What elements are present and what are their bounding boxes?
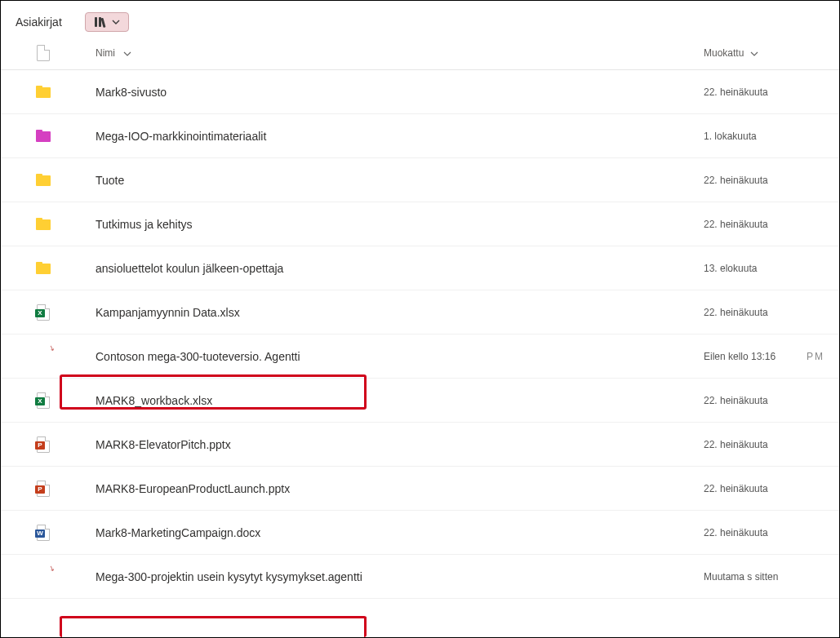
file-modified-cell: 22. heinäkuuta bbox=[704, 439, 824, 450]
file-row[interactable]: ↘Contoson mega-300-tuoteversio. AgenttiE… bbox=[1, 335, 839, 379]
file-name-label: Mega-300-projektin usein kysytyt kysymyk… bbox=[96, 570, 362, 583]
folder-icon bbox=[36, 218, 51, 230]
file-icon-cell bbox=[16, 525, 71, 541]
file-row[interactable]: Kampanjamyynnin Data.xlsx22. heinäkuuta bbox=[1, 290, 839, 335]
file-name-cell[interactable]: MARK8-EuropeanProductLaunch.pptx bbox=[71, 482, 704, 495]
file-row[interactable]: Mark8-MarketingCampaign.docx22. heinäkuu… bbox=[1, 511, 839, 555]
annotation-highlight bbox=[60, 616, 367, 637]
chevron-down-icon bbox=[112, 20, 120, 24]
file-name-cell[interactable]: Mega-300-projektin usein kysytyt kysymyk… bbox=[71, 570, 704, 583]
file-name-label: Tutkimus ja kehitys bbox=[96, 218, 193, 231]
file-modified-cell: 22. heinäkuuta bbox=[704, 219, 824, 230]
file-name-cell[interactable]: Mark8-MarketingCampaign.docx bbox=[71, 526, 704, 539]
library-title: Asiakirjat bbox=[16, 16, 62, 29]
file-name-cell[interactable]: MARK8_workback.xlsx bbox=[71, 394, 704, 407]
file-modified-cell: 22. heinäkuuta bbox=[704, 307, 824, 318]
file-icon-cell bbox=[16, 86, 71, 98]
file-row[interactable]: Mark8-sivusto22. heinäkuuta bbox=[1, 70, 839, 114]
file-icon-cell: ↘ bbox=[16, 569, 71, 584]
file-modified-cell: 22. heinäkuuta bbox=[704, 527, 824, 538]
file-name-cell[interactable]: Mark8-sivusto bbox=[71, 86, 704, 99]
file-row[interactable]: ansioluettelot koulun jälkeen-opettaja13… bbox=[1, 246, 839, 290]
powerpoint-file-icon bbox=[37, 481, 50, 497]
file-name-label: Mark8-sivusto bbox=[96, 86, 167, 99]
file-name-cell[interactable]: Kampanjamyynnin Data.xlsx bbox=[71, 306, 704, 319]
file-name-label: Mega-IOO-markkinointimateriaalit bbox=[96, 130, 266, 143]
file-icon-cell bbox=[16, 130, 71, 142]
file-modified-cell: 22. heinäkuuta bbox=[704, 86, 824, 98]
file-list: Mark8-sivusto22. heinäkuutaMega-IOO-mark… bbox=[1, 70, 839, 599]
excel-file-icon bbox=[37, 304, 50, 321]
file-name-cell[interactable]: ansioluettelot koulun jälkeen-opettaja bbox=[71, 262, 704, 275]
file-modified-cell: 13. elokuuta bbox=[704, 263, 824, 274]
folder-icon bbox=[36, 262, 51, 274]
powerpoint-file-icon bbox=[37, 436, 50, 453]
file-icon-cell bbox=[16, 481, 71, 497]
svg-rect-1 bbox=[99, 17, 101, 27]
file-name-cell[interactable]: MARK8-ElevatorPitch.pptx bbox=[71, 438, 704, 451]
file-icon-cell bbox=[16, 436, 71, 453]
file-row[interactable]: MARK8-EuropeanProductLaunch.pptx22. hein… bbox=[1, 467, 839, 511]
column-name-header[interactable]: Nimi bbox=[71, 47, 704, 59]
file-name-cell[interactable]: Contoson mega-300-tuoteversio. Agentti bbox=[71, 350, 704, 363]
file-modified-cell: 22. heinäkuuta bbox=[704, 395, 824, 406]
file-row[interactable]: ↘Mega-300-projektin usein kysytyt kysymy… bbox=[1, 555, 839, 599]
file-row[interactable]: MARK8-ElevatorPitch.pptx22. heinäkuuta bbox=[1, 423, 839, 467]
svg-rect-0 bbox=[95, 17, 97, 27]
file-icon-cell bbox=[16, 304, 71, 321]
file-name-label: MARK8-EuropeanProductLaunch.pptx bbox=[96, 482, 290, 495]
word-file-icon bbox=[37, 525, 50, 541]
column-modified-header[interactable]: Muokattu bbox=[704, 47, 824, 59]
file-name-label: MARK8_workback.xlsx bbox=[96, 394, 212, 407]
file-icon-cell bbox=[16, 218, 71, 230]
pm-badge: PM bbox=[807, 351, 824, 362]
file-icon-cell bbox=[16, 174, 71, 186]
file-name-label: Mark8-MarketingCampaign.docx bbox=[96, 526, 260, 539]
svg-rect-2 bbox=[100, 18, 105, 28]
column-type-header[interactable] bbox=[16, 45, 71, 61]
column-header-row: Nimi Muokattu bbox=[1, 40, 839, 70]
library-header: Asiakirjat bbox=[1, 1, 839, 40]
file-icon-cell: ↘ bbox=[16, 349, 71, 364]
file-icon-cell bbox=[16, 392, 71, 409]
column-modified-label: Muokattu bbox=[704, 47, 744, 59]
column-name-label: Nimi bbox=[96, 47, 115, 59]
file-name-cell[interactable]: Tutkimus ja kehitys bbox=[71, 218, 704, 231]
file-row[interactable]: Mega-IOO-markkinointimateriaalit1. lokak… bbox=[1, 114, 839, 158]
file-icon-cell bbox=[16, 262, 71, 274]
library-view-icon bbox=[94, 16, 107, 28]
chevron-down-icon[interactable] bbox=[123, 49, 131, 58]
folder-icon bbox=[36, 130, 51, 142]
file-modified-cell: 22. heinäkuuta bbox=[704, 483, 824, 494]
file-name-label: Contoson mega-300-tuoteversio. Agentti bbox=[96, 350, 300, 363]
file-name-label: Kampanjamyynnin Data.xlsx bbox=[96, 306, 240, 319]
file-modified-cell: 1. lokakuuta bbox=[704, 131, 824, 142]
file-type-icon bbox=[37, 45, 50, 61]
file-name-label: ansioluettelot koulun jälkeen-opettaja bbox=[96, 262, 283, 275]
copilot-agent-icon: ↘ bbox=[36, 349, 51, 364]
excel-file-icon bbox=[37, 392, 50, 409]
file-name-label: MARK8-ElevatorPitch.pptx bbox=[96, 438, 231, 451]
file-name-label: Tuote bbox=[96, 174, 124, 187]
file-row[interactable]: Tuote22. heinäkuuta bbox=[1, 158, 839, 202]
copilot-agent-icon: ↘ bbox=[36, 569, 51, 584]
folder-icon bbox=[36, 174, 51, 186]
chevron-down-icon[interactable] bbox=[750, 49, 758, 58]
file-row[interactable]: MARK8_workback.xlsx22. heinäkuuta bbox=[1, 379, 839, 423]
file-name-cell[interactable]: Mega-IOO-markkinointimateriaalit bbox=[71, 130, 704, 143]
folder-icon bbox=[36, 86, 51, 98]
file-modified-cell: Muutama s sitten bbox=[704, 571, 824, 583]
file-row[interactable]: Tutkimus ja kehitys22. heinäkuuta bbox=[1, 202, 839, 246]
file-modified-cell: 22. heinäkuuta bbox=[704, 175, 824, 186]
file-name-cell[interactable]: Tuote bbox=[71, 174, 704, 187]
view-switcher-button[interactable] bbox=[85, 12, 129, 32]
